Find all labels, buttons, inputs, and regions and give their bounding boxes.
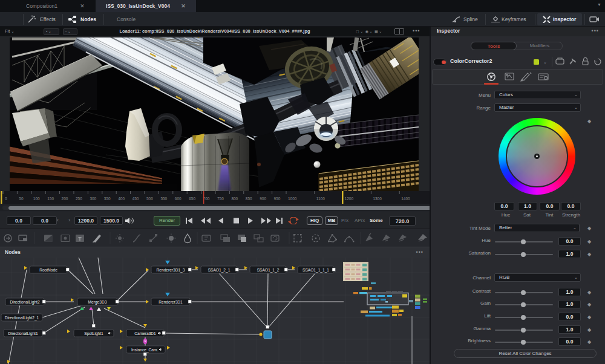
svg-text:1200: 1200: [345, 197, 354, 201]
svg-text:1300: 1300: [373, 197, 382, 201]
svg-text:1000: 1000: [288, 197, 297, 201]
svg-text:DirectionalLight1: DirectionalLight1: [8, 331, 38, 336]
svg-text:650: 650: [189, 197, 195, 201]
svg-text:Camera3D1: Camera3D1: [134, 331, 156, 336]
svg-text:Instance_Cam...: Instance_Cam...: [131, 348, 160, 353]
svg-text:Renderer3D1: Renderer3D1: [159, 300, 183, 304]
svg-text:T: T: [78, 236, 82, 242]
svg-text:600: 600: [175, 197, 182, 201]
svg-text:DirectionalLight2: DirectionalLight2: [10, 300, 39, 305]
svg-text:0: 0: [5, 197, 7, 201]
svg-text:200: 200: [62, 197, 68, 201]
svg-text:900: 900: [260, 197, 266, 201]
svg-text:500: 500: [146, 197, 153, 201]
svg-text:300: 300: [90, 197, 96, 201]
svg-text:550: 550: [160, 197, 167, 201]
svg-text:950: 950: [274, 197, 281, 201]
svg-text:850: 850: [246, 197, 252, 201]
svg-text:350: 350: [104, 197, 111, 201]
svg-text:SSAO1_1_2: SSAO1_1_2: [257, 268, 280, 273]
svg-text:450: 450: [132, 197, 139, 201]
svg-text:RootNode: RootNode: [39, 268, 57, 272]
svg-text:1400: 1400: [401, 197, 410, 201]
svg-text:250: 250: [76, 197, 82, 201]
svg-text:100: 100: [33, 197, 40, 201]
svg-text:400: 400: [118, 197, 125, 201]
svg-text:800: 800: [231, 197, 238, 201]
svg-text:Merge3D3: Merge3D3: [88, 300, 107, 305]
svg-text:SpotLight1: SpotLight1: [84, 331, 103, 336]
svg-text:DirectionalLight2_1: DirectionalLight2_1: [5, 316, 39, 320]
svg-text:SSAO1_1_1_1: SSAO1_1_1_1: [302, 268, 329, 273]
svg-text:Renderer3D1_3: Renderer3D1_3: [157, 268, 185, 273]
svg-text:SSAO1_2_1: SSAO1_2_1: [208, 268, 231, 273]
svg-text:50: 50: [19, 197, 24, 201]
svg-text:150: 150: [47, 197, 54, 201]
svg-text:750: 750: [217, 197, 224, 201]
svg-text:1100: 1100: [316, 197, 325, 201]
